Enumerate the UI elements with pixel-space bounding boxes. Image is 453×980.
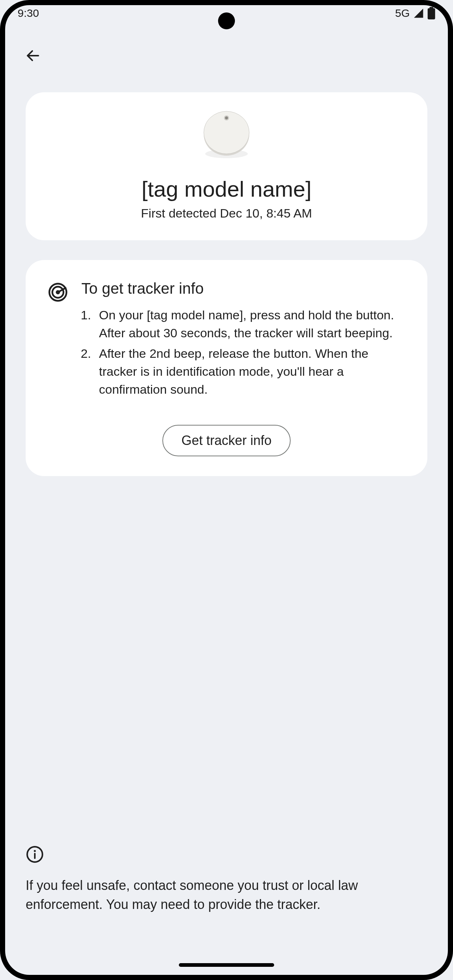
safety-note: If you feel unsafe, contact someone you … [26, 845, 427, 914]
tracker-hero-card: [tag model name] First detected Dec 10, … [26, 92, 427, 240]
radar-icon [48, 282, 68, 302]
svg-rect-0 [428, 8, 435, 19]
svg-point-15 [34, 850, 35, 852]
info-icon [26, 845, 44, 864]
tracker-model-name: [tag model name] [48, 177, 405, 202]
info-step: On your [tag model name], press and hold… [94, 306, 405, 342]
status-time: 9:30 [18, 7, 39, 19]
camera-cutout [218, 13, 235, 29]
info-title: To get tracker info [81, 280, 405, 298]
arrow-back-icon [25, 48, 41, 64]
back-button[interactable] [18, 41, 48, 70]
battery-icon [427, 7, 435, 19]
tracker-image [193, 107, 260, 165]
get-tracker-info-button[interactable]: Get tracker info [163, 425, 290, 456]
safety-note-text: If you feel unsafe, contact someone you … [26, 876, 427, 914]
info-step: After the 2nd beep, release the button. … [94, 345, 405, 399]
svg-point-8 [225, 116, 228, 119]
cellular-icon [413, 8, 424, 19]
svg-rect-1 [429, 7, 433, 9]
status-network: 5G [395, 7, 410, 19]
tracker-detected-time: First detected Dec 10, 8:45 AM [48, 206, 405, 221]
tracker-info-card: To get tracker info On your [tag model n… [26, 260, 427, 476]
info-steps-list: On your [tag model name], press and hold… [81, 306, 405, 398]
nav-handle[interactable] [179, 963, 274, 967]
